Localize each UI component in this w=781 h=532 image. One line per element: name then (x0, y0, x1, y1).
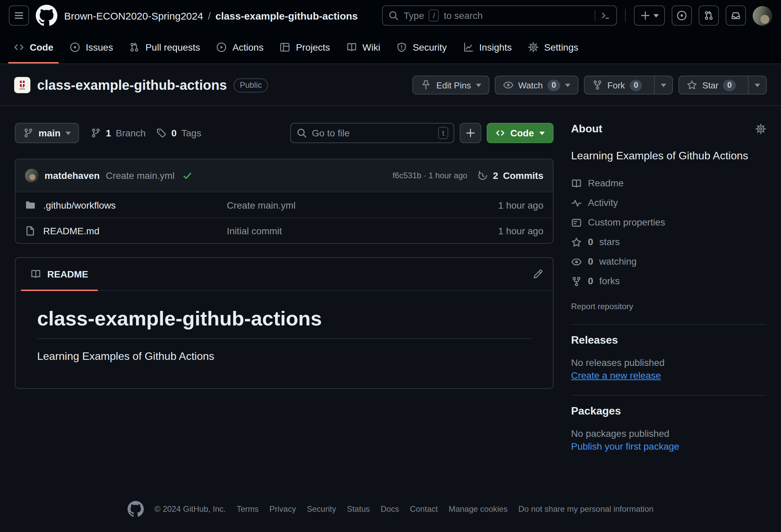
copyright: © 2024 GitHub, Inc. (155, 504, 226, 514)
command-palette-icon[interactable] (600, 10, 611, 21)
forks-link[interactable]: 0 forks (571, 274, 766, 288)
repo-title: class-example-github-actions (37, 77, 227, 93)
create-new-button[interactable] (634, 5, 665, 26)
breadcrumb-owner[interactable]: Brown-ECON2020-Spring2024 (64, 10, 203, 21)
footer-link-terms[interactable]: Terms (237, 504, 259, 514)
footer: © 2024 GitHub, Inc. Terms Privacy Securi… (0, 501, 781, 517)
repo-header: class-example-github-actions Public Edit… (0, 64, 781, 106)
main-column: main 1 Branch 0 Tags Go to file t (15, 123, 554, 453)
custom-properties-link[interactable]: Custom properties (571, 215, 766, 230)
packages-title[interactable]: Packages (571, 405, 766, 417)
fork-button[interactable]: Fork 0 (584, 76, 673, 95)
readme-body: class-example-github-actions Learning Ex… (16, 291, 553, 388)
releases-title[interactable]: Releases (571, 334, 766, 346)
file-name[interactable]: .github/workflows (43, 200, 227, 210)
sidebar-divider (571, 324, 766, 325)
report-repository-link[interactable]: Report repository (571, 302, 633, 311)
footer-link-manage-cookies[interactable]: Manage cookies (449, 504, 508, 514)
git-pull-request-icon (129, 42, 140, 53)
issue-opened-icon (70, 42, 80, 53)
issues-dashboard-button[interactable] (672, 5, 692, 26)
tab-wiki[interactable]: Wiki (341, 31, 386, 63)
footer-link-security[interactable]: Security (307, 504, 336, 514)
create-release-link[interactable]: Create a new release (571, 369, 661, 382)
edit-pins-button[interactable]: Edit Pins (413, 76, 489, 95)
publish-package-link[interactable]: Publish your first package (571, 440, 679, 453)
fork-dropdown[interactable] (654, 76, 673, 94)
code-download-button[interactable]: Code (487, 123, 554, 143)
readme-link[interactable]: Readme (571, 176, 766, 190)
pencil-icon[interactable] (533, 269, 543, 280)
footer-link-do-not-share[interactable]: Do not share my personal information (518, 504, 653, 514)
tab-actions[interactable]: Actions (211, 31, 269, 63)
search-icon (388, 10, 399, 21)
breadcrumb-repo[interactable]: class-example-github-actions (215, 10, 358, 21)
git-pull-request-icon (703, 10, 714, 21)
tab-settings[interactable]: Settings (522, 31, 584, 63)
tab-code[interactable]: Code (8, 31, 59, 63)
plus-icon (640, 10, 651, 21)
watch-button[interactable]: Watch 0 (494, 76, 578, 95)
commit-message[interactable]: Create main.yml (106, 170, 174, 181)
tab-projects[interactable]: Projects (274, 31, 335, 63)
commit-history-link[interactable]: 2 Commits (478, 170, 543, 181)
branch-selector[interactable]: main (15, 123, 79, 143)
commit-author[interactable]: matdehaven (45, 170, 100, 181)
brown-university-logo[interactable] (14, 77, 30, 93)
file-row[interactable]: README.md Initial commit 1 hour ago (16, 217, 553, 243)
sidebar-divider (571, 395, 766, 396)
star-dropdown[interactable] (748, 76, 766, 94)
stars-link[interactable]: 0 stars (571, 235, 766, 249)
star-button[interactable]: Star 0 (679, 76, 767, 95)
watching-link[interactable]: 0 watching (571, 255, 766, 269)
file-commit-message[interactable]: Initial commit (227, 225, 498, 236)
git-branch-icon (23, 128, 34, 138)
branches-link[interactable]: 1 Branch (90, 128, 145, 138)
file-icon (25, 225, 36, 236)
sidebar: About Learning Examples of Github Action… (571, 123, 766, 453)
global-search-input[interactable]: Type / to search (382, 5, 617, 26)
user-avatar[interactable] (753, 6, 772, 25)
footer-link-docs[interactable]: Docs (381, 504, 399, 514)
inbox-button[interactable] (726, 5, 746, 26)
latest-commit-bar: matdehaven Create main.yml f6c531b · 1 h… (16, 159, 553, 192)
tab-issues[interactable]: Issues (64, 31, 118, 63)
watch-count: 0 (547, 79, 560, 91)
file-name[interactable]: README.md (43, 225, 227, 236)
hamburger-menu-button[interactable] (9, 5, 29, 26)
pull-requests-dashboard-button[interactable] (699, 5, 719, 26)
file-commit-message[interactable]: Create main.yml (227, 200, 498, 210)
activity-link[interactable]: Activity (571, 196, 766, 210)
add-file-button[interactable] (460, 123, 481, 143)
file-row[interactable]: .github/workflows Create main.yml 1 hour… (16, 192, 553, 217)
github-logo[interactable] (36, 5, 57, 26)
tab-insights[interactable]: Insights (458, 31, 517, 63)
book-icon (30, 269, 41, 280)
footer-link-status[interactable]: Status (347, 504, 370, 514)
search-placeholder-suffix: to search (444, 10, 483, 21)
tags-link[interactable]: 0 Tags (156, 128, 201, 138)
footer-link-privacy[interactable]: Privacy (269, 504, 296, 514)
plus-icon (465, 128, 476, 138)
tab-pull-requests[interactable]: Pull requests (124, 31, 206, 63)
caret-down-icon (476, 83, 481, 87)
commit-author-avatar[interactable] (25, 169, 38, 182)
readme-tab[interactable]: README (21, 258, 98, 290)
breadcrumb-separator: / (208, 10, 211, 21)
global-header: Brown-ECON2020-Spring2024 / class-exampl… (0, 0, 781, 31)
octocat-icon (128, 501, 144, 517)
t-key-hint: t (438, 127, 448, 139)
gear-icon[interactable] (755, 124, 766, 134)
history-icon (478, 170, 488, 181)
footer-link-contact[interactable]: Contact (410, 504, 438, 514)
caret-down-icon (565, 83, 570, 87)
readme-header: README (16, 258, 553, 291)
go-to-file-input[interactable]: Go to file t (290, 123, 454, 143)
tab-security[interactable]: Security (391, 31, 452, 63)
check-icon[interactable] (182, 170, 192, 181)
readme-heading: class-example-github-actions (37, 307, 531, 339)
content: main 1 Branch 0 Tags Go to file t (0, 123, 781, 453)
commit-hash-time[interactable]: f6c531b · 1 hour ago (393, 171, 467, 180)
file-commit-time: 1 hour ago (498, 225, 543, 236)
about-title: About (571, 123, 602, 135)
